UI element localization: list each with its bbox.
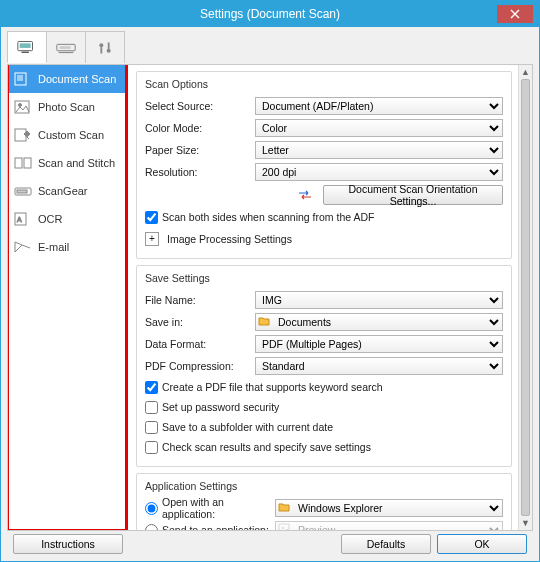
photo-scan-icon [14,99,32,115]
check-results-label: Check scan results and specify save sett… [162,441,371,453]
top-tab-bar [7,31,533,65]
save-in-label: Save in: [145,316,255,328]
scan-options-group: Scan Options Select Source: Document (AD… [136,71,512,259]
sidebar-item-scan-and-stitch[interactable]: Scan and Stitch [8,149,126,177]
scroll-up-arrow[interactable]: ▲ [519,65,532,79]
open-app-dropdown[interactable]: Windows Explorer [275,499,503,517]
scroll-down-arrow[interactable]: ▼ [519,516,532,530]
sidebar-label: OCR [38,213,62,225]
ok-button[interactable]: OK [437,534,527,554]
ocr-icon: A [14,211,32,227]
sidebar-item-scangear[interactable]: ScanGear [8,177,126,205]
scan-type-sidebar: Document Scan Photo Scan Custom Scan Sca… [8,65,126,530]
password-label: Set up password security [162,401,279,413]
svg-point-5 [99,43,103,47]
document-scan-icon [14,71,32,87]
resolution-dropdown[interactable]: 200 dpi [255,163,503,181]
paper-size-dropdown[interactable]: Letter [255,141,503,159]
folder-icon [258,315,270,327]
sidebar-label: Custom Scan [38,129,104,141]
file-name-label: File Name: [145,294,255,306]
sidebar-item-email[interactable]: E-mail [8,233,126,261]
main-area: Document Scan Photo Scan Custom Scan Sca… [7,65,533,531]
svg-rect-17 [24,158,31,168]
send-app-label: Send to an application: [162,524,269,530]
file-name-field[interactable]: IMG [255,291,503,309]
stitch-icon [14,155,32,171]
select-source-dropdown[interactable]: Document (ADF/Platen) [255,97,503,115]
save-settings-title: Save Settings [145,272,503,284]
sidebar-item-photo-scan[interactable]: Photo Scan [8,93,126,121]
password-checkbox[interactable] [145,401,158,414]
color-mode-label: Color Mode: [145,122,255,134]
check-results-checkbox[interactable] [145,441,158,454]
settings-window: Settings (Document Scan) Document Scan [0,0,540,562]
sidebar-label: Document Scan [38,73,116,85]
orientation-settings-button[interactable]: Document Scan Orientation Settings... [323,185,503,205]
sidebar-label: Scan and Stitch [38,157,115,169]
open-app-label: Open with an application: [162,496,275,520]
instructions-button[interactable]: Instructions [13,534,123,554]
data-format-dropdown[interactable]: PDF (Multiple Pages) [255,335,503,353]
swap-icon[interactable] [297,188,313,202]
open-app-radio[interactable] [145,502,158,515]
svg-point-14 [19,104,22,107]
paper-size-label: Paper Size: [145,144,255,156]
pdf-keyword-checkbox[interactable] [145,381,158,394]
svg-rect-8 [108,42,110,48]
send-app-radio[interactable] [145,524,158,531]
pdf-keyword-label: Create a PDF file that supports keyword … [162,381,383,393]
application-settings-group: Application Settings Open with an applic… [136,473,512,530]
explorer-icon [278,501,290,513]
pdf-compression-dropdown[interactable]: Standard [255,357,503,375]
application-settings-title: Application Settings [145,480,503,492]
send-app-dropdown[interactable]: Preview [275,521,503,530]
scangear-icon [14,183,32,199]
svg-rect-9 [15,73,26,85]
svg-rect-4 [60,46,71,49]
tab-scan-from-computer[interactable] [7,31,47,63]
settings-content: Scan Options Select Source: Document (AD… [126,65,532,530]
window-title: Settings (Document Scan) [200,7,340,21]
subfolder-checkbox[interactable] [145,421,158,434]
close-button[interactable] [497,5,533,23]
tab-scan-from-panel[interactable] [46,31,86,63]
svg-text:A: A [17,216,22,223]
content-scrollbar[interactable]: ▲ ▼ [518,65,532,530]
sidebar-item-custom-scan[interactable]: Custom Scan [8,121,126,149]
svg-rect-1 [20,43,31,48]
sidebar-item-document-scan[interactable]: Document Scan [8,65,126,93]
image-processing-label: Image Processing Settings [167,233,292,245]
scan-both-sides-checkbox[interactable] [145,211,158,224]
subfolder-label: Save to a subfolder with current date [162,421,333,433]
defaults-button[interactable]: Defaults [341,534,431,554]
svg-rect-16 [15,158,22,168]
image-processing-expand[interactable]: + [145,232,159,246]
scan-options-title: Scan Options [145,78,503,90]
save-settings-group: Save Settings File Name: IMG Save in: Do… [136,265,512,467]
select-source-label: Select Source: [145,100,255,112]
sidebar-item-ocr[interactable]: A OCR [8,205,126,233]
svg-rect-6 [100,47,102,53]
svg-rect-2 [22,52,29,53]
tab-general-settings[interactable] [85,31,125,63]
color-mode-dropdown[interactable]: Color [255,119,503,137]
save-in-dropdown[interactable]: Documents [255,313,503,331]
resolution-label: Resolution: [145,166,255,178]
title-bar: Settings (Document Scan) [1,1,539,27]
pdf-compression-label: PDF Compression: [145,360,255,372]
scan-both-sides-label: Scan both sides when scanning from the A… [162,211,374,223]
svg-point-7 [107,48,111,52]
sidebar-label: ScanGear [38,185,88,197]
svg-rect-19 [17,190,27,193]
email-icon [14,239,32,255]
scrollbar-thumb[interactable] [521,79,530,516]
sidebar-label: Photo Scan [38,101,95,113]
data-format-label: Data Format: [145,338,255,350]
footer-bar: Instructions Defaults OK [7,531,533,557]
custom-scan-icon [14,127,32,143]
sidebar-label: E-mail [38,241,69,253]
window-body: Document Scan Photo Scan Custom Scan Sca… [1,27,539,561]
